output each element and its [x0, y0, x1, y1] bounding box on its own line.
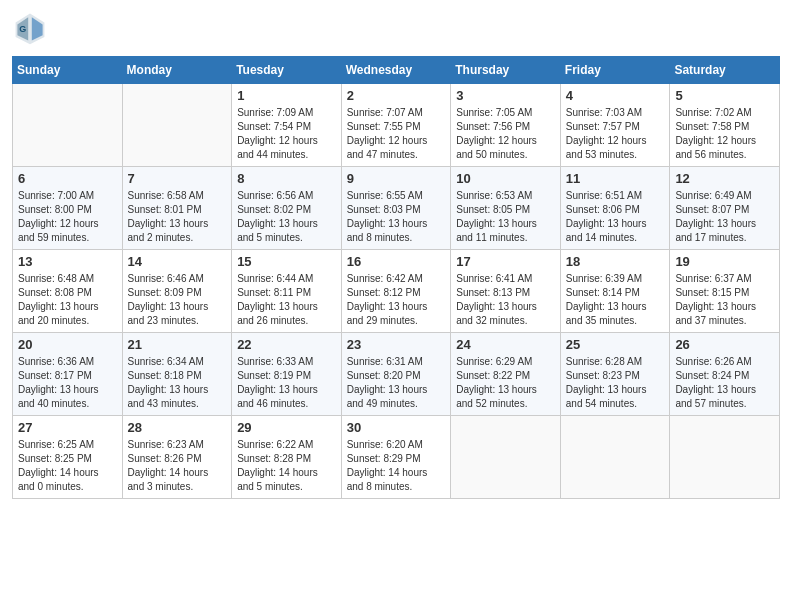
day-info: Sunrise: 6:42 AM Sunset: 8:12 PM Dayligh… — [347, 272, 446, 328]
calendar-cell: 24Sunrise: 6:29 AM Sunset: 8:22 PM Dayli… — [451, 333, 561, 416]
day-number: 3 — [456, 88, 555, 103]
day-info: Sunrise: 7:09 AM Sunset: 7:54 PM Dayligh… — [237, 106, 336, 162]
calendar-cell: 12Sunrise: 6:49 AM Sunset: 8:07 PM Dayli… — [670, 167, 780, 250]
calendar-week-row: 20Sunrise: 6:36 AM Sunset: 8:17 PM Dayli… — [13, 333, 780, 416]
calendar-cell: 3Sunrise: 7:05 AM Sunset: 7:56 PM Daylig… — [451, 84, 561, 167]
calendar-cell: 9Sunrise: 6:55 AM Sunset: 8:03 PM Daylig… — [341, 167, 451, 250]
day-info: Sunrise: 6:48 AM Sunset: 8:08 PM Dayligh… — [18, 272, 117, 328]
day-number: 22 — [237, 337, 336, 352]
calendar-table: SundayMondayTuesdayWednesdayThursdayFrid… — [12, 56, 780, 499]
day-info: Sunrise: 7:07 AM Sunset: 7:55 PM Dayligh… — [347, 106, 446, 162]
logo: G — [12, 10, 52, 46]
day-info: Sunrise: 6:58 AM Sunset: 8:01 PM Dayligh… — [128, 189, 227, 245]
day-number: 17 — [456, 254, 555, 269]
calendar-cell — [670, 416, 780, 499]
day-number: 21 — [128, 337, 227, 352]
day-info: Sunrise: 6:55 AM Sunset: 8:03 PM Dayligh… — [347, 189, 446, 245]
day-number: 9 — [347, 171, 446, 186]
day-number: 12 — [675, 171, 774, 186]
header: G — [12, 10, 780, 46]
calendar-cell: 25Sunrise: 6:28 AM Sunset: 8:23 PM Dayli… — [560, 333, 670, 416]
calendar-cell: 20Sunrise: 6:36 AM Sunset: 8:17 PM Dayli… — [13, 333, 123, 416]
weekday-header-row: SundayMondayTuesdayWednesdayThursdayFrid… — [13, 57, 780, 84]
calendar-cell — [13, 84, 123, 167]
svg-text:G: G — [19, 24, 26, 34]
day-number: 23 — [347, 337, 446, 352]
day-info: Sunrise: 6:20 AM Sunset: 8:29 PM Dayligh… — [347, 438, 446, 494]
day-info: Sunrise: 6:53 AM Sunset: 8:05 PM Dayligh… — [456, 189, 555, 245]
day-number: 27 — [18, 420, 117, 435]
calendar-cell: 6Sunrise: 7:00 AM Sunset: 8:00 PM Daylig… — [13, 167, 123, 250]
day-info: Sunrise: 6:36 AM Sunset: 8:17 PM Dayligh… — [18, 355, 117, 411]
day-number: 14 — [128, 254, 227, 269]
calendar-cell: 22Sunrise: 6:33 AM Sunset: 8:19 PM Dayli… — [232, 333, 342, 416]
calendar-week-row: 6Sunrise: 7:00 AM Sunset: 8:00 PM Daylig… — [13, 167, 780, 250]
day-info: Sunrise: 6:33 AM Sunset: 8:19 PM Dayligh… — [237, 355, 336, 411]
calendar-cell: 26Sunrise: 6:26 AM Sunset: 8:24 PM Dayli… — [670, 333, 780, 416]
day-number: 16 — [347, 254, 446, 269]
day-info: Sunrise: 7:00 AM Sunset: 8:00 PM Dayligh… — [18, 189, 117, 245]
day-info: Sunrise: 6:39 AM Sunset: 8:14 PM Dayligh… — [566, 272, 665, 328]
day-info: Sunrise: 6:56 AM Sunset: 8:02 PM Dayligh… — [237, 189, 336, 245]
weekday-header-friday: Friday — [560, 57, 670, 84]
calendar-cell: 7Sunrise: 6:58 AM Sunset: 8:01 PM Daylig… — [122, 167, 232, 250]
day-info: Sunrise: 6:31 AM Sunset: 8:20 PM Dayligh… — [347, 355, 446, 411]
day-number: 18 — [566, 254, 665, 269]
day-number: 19 — [675, 254, 774, 269]
calendar-cell: 30Sunrise: 6:20 AM Sunset: 8:29 PM Dayli… — [341, 416, 451, 499]
day-number: 20 — [18, 337, 117, 352]
day-info: Sunrise: 7:02 AM Sunset: 7:58 PM Dayligh… — [675, 106, 774, 162]
calendar-cell: 1Sunrise: 7:09 AM Sunset: 7:54 PM Daylig… — [232, 84, 342, 167]
day-number: 13 — [18, 254, 117, 269]
calendar-week-row: 13Sunrise: 6:48 AM Sunset: 8:08 PM Dayli… — [13, 250, 780, 333]
calendar-cell: 28Sunrise: 6:23 AM Sunset: 8:26 PM Dayli… — [122, 416, 232, 499]
day-info: Sunrise: 6:41 AM Sunset: 8:13 PM Dayligh… — [456, 272, 555, 328]
calendar-cell: 11Sunrise: 6:51 AM Sunset: 8:06 PM Dayli… — [560, 167, 670, 250]
calendar-week-row: 27Sunrise: 6:25 AM Sunset: 8:25 PM Dayli… — [13, 416, 780, 499]
day-number: 25 — [566, 337, 665, 352]
calendar-cell: 2Sunrise: 7:07 AM Sunset: 7:55 PM Daylig… — [341, 84, 451, 167]
weekday-header-tuesday: Tuesday — [232, 57, 342, 84]
day-info: Sunrise: 6:22 AM Sunset: 8:28 PM Dayligh… — [237, 438, 336, 494]
calendar-cell: 19Sunrise: 6:37 AM Sunset: 8:15 PM Dayli… — [670, 250, 780, 333]
calendar-cell: 17Sunrise: 6:41 AM Sunset: 8:13 PM Dayli… — [451, 250, 561, 333]
weekday-header-sunday: Sunday — [13, 57, 123, 84]
calendar-cell: 18Sunrise: 6:39 AM Sunset: 8:14 PM Dayli… — [560, 250, 670, 333]
day-info: Sunrise: 6:51 AM Sunset: 8:06 PM Dayligh… — [566, 189, 665, 245]
calendar-cell: 13Sunrise: 6:48 AM Sunset: 8:08 PM Dayli… — [13, 250, 123, 333]
day-number: 26 — [675, 337, 774, 352]
calendar-cell — [122, 84, 232, 167]
day-number: 28 — [128, 420, 227, 435]
calendar-cell: 16Sunrise: 6:42 AM Sunset: 8:12 PM Dayli… — [341, 250, 451, 333]
day-number: 6 — [18, 171, 117, 186]
day-number: 5 — [675, 88, 774, 103]
day-number: 29 — [237, 420, 336, 435]
day-info: Sunrise: 6:26 AM Sunset: 8:24 PM Dayligh… — [675, 355, 774, 411]
calendar-cell — [451, 416, 561, 499]
day-info: Sunrise: 6:46 AM Sunset: 8:09 PM Dayligh… — [128, 272, 227, 328]
calendar-cell: 4Sunrise: 7:03 AM Sunset: 7:57 PM Daylig… — [560, 84, 670, 167]
calendar-cell: 23Sunrise: 6:31 AM Sunset: 8:20 PM Dayli… — [341, 333, 451, 416]
calendar-cell: 15Sunrise: 6:44 AM Sunset: 8:11 PM Dayli… — [232, 250, 342, 333]
weekday-header-saturday: Saturday — [670, 57, 780, 84]
day-info: Sunrise: 7:03 AM Sunset: 7:57 PM Dayligh… — [566, 106, 665, 162]
calendar-cell: 29Sunrise: 6:22 AM Sunset: 8:28 PM Dayli… — [232, 416, 342, 499]
day-number: 7 — [128, 171, 227, 186]
weekday-header-monday: Monday — [122, 57, 232, 84]
day-info: Sunrise: 6:23 AM Sunset: 8:26 PM Dayligh… — [128, 438, 227, 494]
day-info: Sunrise: 6:37 AM Sunset: 8:15 PM Dayligh… — [675, 272, 774, 328]
calendar-cell: 27Sunrise: 6:25 AM Sunset: 8:25 PM Dayli… — [13, 416, 123, 499]
day-number: 10 — [456, 171, 555, 186]
day-number: 11 — [566, 171, 665, 186]
day-number: 2 — [347, 88, 446, 103]
page-container: G SundayMondayTuesdayWednesdayThursdayFr… — [0, 0, 792, 509]
day-number: 24 — [456, 337, 555, 352]
day-number: 15 — [237, 254, 336, 269]
weekday-header-thursday: Thursday — [451, 57, 561, 84]
day-number: 8 — [237, 171, 336, 186]
calendar-cell: 5Sunrise: 7:02 AM Sunset: 7:58 PM Daylig… — [670, 84, 780, 167]
day-info: Sunrise: 7:05 AM Sunset: 7:56 PM Dayligh… — [456, 106, 555, 162]
calendar-cell: 21Sunrise: 6:34 AM Sunset: 8:18 PM Dayli… — [122, 333, 232, 416]
day-number: 30 — [347, 420, 446, 435]
calendar-week-row: 1Sunrise: 7:09 AM Sunset: 7:54 PM Daylig… — [13, 84, 780, 167]
